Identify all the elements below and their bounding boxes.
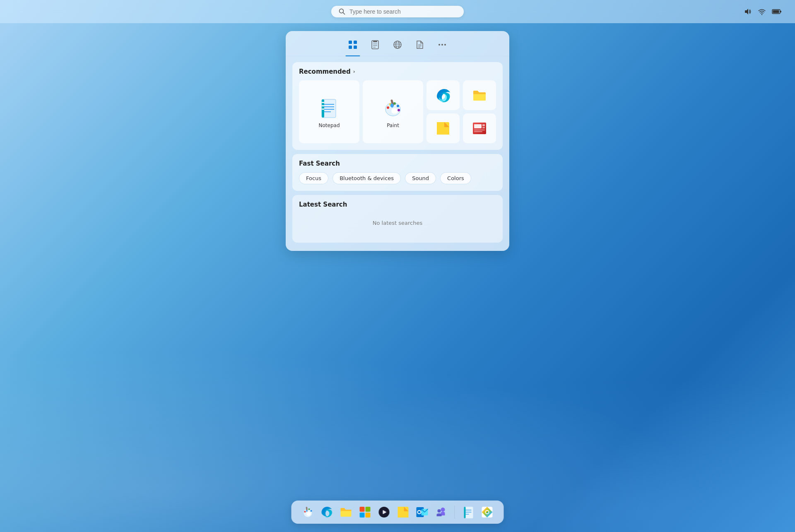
svg-point-39: [391, 108, 398, 114]
svg-rect-64: [341, 511, 352, 517]
no-searches-message: No latest searches: [299, 220, 496, 226]
recommended-header: Recommended ›: [299, 68, 496, 75]
taskbar-icon-notepad[interactable]: [460, 504, 477, 520]
svg-rect-6: [773, 10, 779, 13]
search-bar[interactable]: [331, 6, 464, 17]
svg-marker-2: [745, 9, 748, 14]
svg-point-3: [761, 14, 762, 15]
taskbar-icon-paint[interactable]: [300, 504, 316, 520]
svg-rect-53: [482, 127, 485, 128]
svg-rect-47: [473, 94, 486, 101]
svg-rect-54: [474, 130, 485, 130]
tab-apps[interactable]: [342, 37, 363, 53]
app-tile-edge[interactable]: [426, 80, 460, 110]
tab-web[interactable]: [387, 37, 408, 53]
wifi-icon: [758, 7, 766, 16]
app-tile-notepad[interactable]: Notepad: [299, 80, 359, 143]
paint-label: Paint: [387, 123, 399, 128]
svg-rect-8: [354, 41, 357, 44]
panel-tabs: [286, 31, 509, 56]
svg-rect-51: [474, 124, 482, 128]
taskbar-icon-edge[interactable]: [319, 504, 335, 520]
taskbar-divider: [455, 506, 455, 519]
chip-colors[interactable]: Colors: [440, 172, 471, 184]
taskbar-icon-photos[interactable]: [479, 504, 496, 520]
system-tray: [744, 7, 782, 16]
fast-search-section: Fast Search Focus Bluetooth & devices So…: [292, 154, 503, 191]
recommended-title: Recommended: [299, 68, 351, 75]
app-tile-sticky-notes[interactable]: [426, 113, 460, 143]
svg-point-87: [486, 511, 489, 513]
svg-point-61: [307, 512, 311, 516]
latest-search-title: Latest Search: [299, 201, 347, 208]
svg-point-78: [441, 508, 445, 512]
fast-search-header: Fast Search: [299, 160, 496, 167]
fast-search-title: Fast Search: [299, 160, 340, 167]
chip-bluetooth[interactable]: Bluetooth & devices: [332, 172, 401, 184]
svg-point-57: [304, 511, 306, 513]
svg-line-1: [343, 13, 345, 14]
svg-rect-84: [464, 507, 466, 518]
search-icon: [339, 8, 345, 15]
tab-more[interactable]: [432, 37, 453, 53]
app-tile-paint[interactable]: Paint: [363, 80, 423, 143]
search-panel: Recommended ›: [286, 31, 509, 251]
svg-point-26: [444, 44, 446, 46]
taskbar-icon-media-player[interactable]: [376, 504, 393, 520]
svg-point-25: [441, 44, 443, 46]
svg-rect-65: [360, 507, 365, 512]
search-input[interactable]: [349, 8, 456, 15]
fast-search-chips: Focus Bluetooth & devices Sound Colors: [299, 172, 496, 184]
svg-rect-66: [366, 507, 371, 512]
notepad-label: Notepad: [319, 123, 340, 128]
recommended-section: Recommended ›: [292, 62, 503, 150]
taskbar-icon-teams[interactable]: [433, 504, 450, 520]
svg-rect-12: [373, 41, 377, 42]
app-tile-news[interactable]: [463, 113, 496, 143]
tab-documents[interactable]: [410, 37, 430, 53]
battery-icon: [772, 7, 782, 16]
taskbar-icon-store[interactable]: [357, 504, 373, 520]
svg-point-79: [438, 509, 441, 513]
taskbar-icon-file-explorer[interactable]: [338, 504, 354, 520]
svg-rect-34: [322, 102, 324, 103]
svg-point-43: [397, 105, 399, 107]
taskbar-icon-sticky[interactable]: [395, 504, 412, 520]
taskbar-bottom: [292, 501, 504, 524]
taskbar-top: [0, 0, 795, 23]
svg-rect-68: [366, 513, 371, 518]
svg-rect-10: [354, 46, 357, 49]
chip-sound[interactable]: Sound: [405, 172, 436, 184]
svg-rect-52: [482, 124, 485, 126]
svg-rect-36: [322, 108, 324, 110]
taskbar-icon-outlook[interactable]: [414, 504, 431, 520]
volume-icon: [744, 7, 752, 16]
svg-rect-35: [322, 105, 324, 106]
apps-grid: Notepad: [299, 80, 496, 143]
svg-point-44: [398, 109, 400, 111]
svg-point-77: [418, 511, 421, 513]
svg-rect-9: [349, 46, 352, 49]
svg-point-24: [438, 44, 440, 46]
svg-rect-7: [349, 41, 352, 44]
svg-point-60: [311, 510, 312, 512]
svg-point-40: [387, 106, 389, 109]
latest-search-section: Latest Search No latest searches: [292, 195, 503, 243]
tab-explore[interactable]: [365, 37, 385, 53]
svg-rect-5: [780, 11, 781, 12]
app-tile-file-explorer[interactable]: [463, 80, 496, 110]
latest-search-header: Latest Search: [299, 201, 496, 208]
chip-focus[interactable]: Focus: [299, 172, 328, 184]
svg-rect-67: [360, 513, 365, 518]
svg-point-59: [308, 508, 310, 510]
chevron-right-icon: ›: [353, 69, 355, 75]
svg-rect-55: [474, 131, 482, 132]
